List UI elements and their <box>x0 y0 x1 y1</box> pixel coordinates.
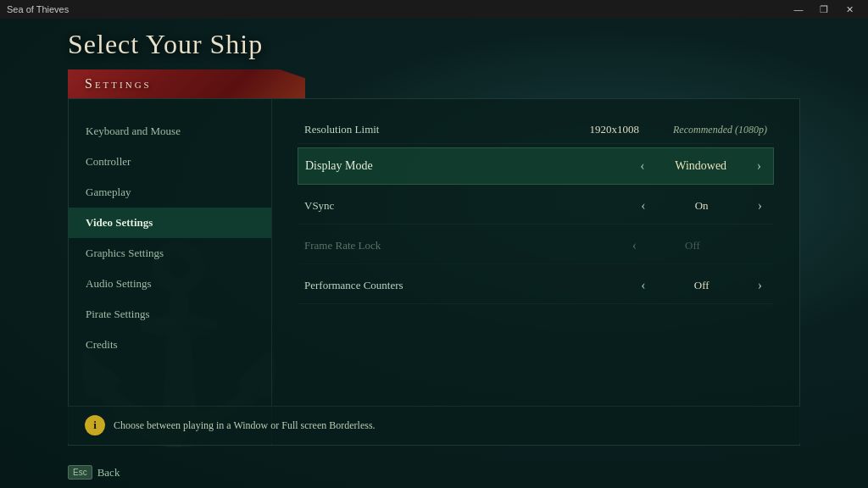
window-title: Sea of Thieves <box>7 4 69 14</box>
frame-rate-lock-prev: ‹ <box>627 236 642 255</box>
performance-counters-next[interactable]: › <box>753 276 767 295</box>
performance-counters-controls: ‹ Off › <box>581 276 767 295</box>
minimize-button[interactable]: — <box>787 2 810 17</box>
vsync-controls: ‹ On › <box>581 197 767 215</box>
vsync-value: On <box>659 199 744 213</box>
vsync-next[interactable]: › <box>753 197 767 215</box>
content-panel: Resolution Limit 1920x1008 Recommended (… <box>272 99 799 445</box>
resolution-recommended: Recommended (1080p) <box>673 124 767 136</box>
vsync-row: VSync ‹ On › <box>298 188 774 225</box>
display-mode-label: Display Mode <box>305 159 580 173</box>
restore-button[interactable]: ❐ <box>812 2 836 17</box>
frame-rate-lock-controls: ‹ Off <box>581 236 767 255</box>
vsync-label: VSync <box>304 199 581 213</box>
sidebar-item-keyboard-mouse[interactable]: Keyboard and Mouse <box>69 116 271 147</box>
display-mode-value: Windowed <box>659 159 743 173</box>
display-mode-prev[interactable]: ‹ <box>635 157 649 175</box>
window-controls: — ❐ ✕ <box>787 2 861 17</box>
settings-header: Settings <box>68 69 305 98</box>
performance-counters-value: Off <box>659 279 744 292</box>
page-title: Select Your Ship <box>68 29 263 60</box>
sidebar-item-controller[interactable]: Controller <box>69 147 271 177</box>
settings-header-text: Settings <box>85 76 152 91</box>
performance-counters-row: Performance Counters ‹ Off › <box>298 268 774 304</box>
esc-badge: Esc <box>68 465 92 480</box>
resolution-label: Resolution Limit <box>304 123 590 136</box>
display-mode-next[interactable]: › <box>752 157 766 175</box>
performance-counters-prev[interactable]: ‹ <box>636 276 650 295</box>
frame-rate-lock-row: Frame Rate Lock ‹ Off <box>298 228 774 264</box>
titlebar: Sea of Thieves — ❐ ✕ <box>0 0 868 19</box>
sidebar-item-credits[interactable]: Credits <box>69 330 271 360</box>
sidebar-item-video-settings[interactable]: Video Settings <box>69 208 271 238</box>
back-label[interactable]: Back <box>97 466 120 480</box>
info-bar: i Choose between playing in a Window or … <box>68 406 800 444</box>
performance-counters-label: Performance Counters <box>304 279 581 292</box>
settings-body: Keyboard and Mouse Controller Gameplay V… <box>68 98 800 446</box>
sidebar-item-audio-settings[interactable]: Audio Settings <box>69 269 271 299</box>
resolution-row: Resolution Limit 1920x1008 Recommended (… <box>298 116 774 144</box>
close-button[interactable]: ✕ <box>837 2 861 17</box>
sidebar-item-pirate-settings[interactable]: Pirate Settings <box>69 299 271 330</box>
resolution-value: 1920x1008 <box>590 123 640 136</box>
info-text: Choose between playing in a Window or Fu… <box>114 419 376 432</box>
sidebar-item-graphics-settings[interactable]: Graphics Settings <box>69 238 271 269</box>
frame-rate-lock-label: Frame Rate Lock <box>304 239 581 252</box>
back-bar: Esc Back <box>68 465 120 480</box>
display-mode-row: Display Mode ‹ Windowed › <box>298 147 774 185</box>
display-mode-controls: ‹ Windowed › <box>580 157 766 175</box>
vsync-prev[interactable]: ‹ <box>636 197 650 215</box>
sidebar: Keyboard and Mouse Controller Gameplay V… <box>69 99 272 445</box>
sidebar-item-gameplay[interactable]: Gameplay <box>69 177 271 208</box>
info-icon: i <box>85 415 105 435</box>
settings-container: Settings Keyboard and Mouse Controller G… <box>68 69 800 446</box>
frame-rate-lock-value: Off <box>650 239 735 252</box>
